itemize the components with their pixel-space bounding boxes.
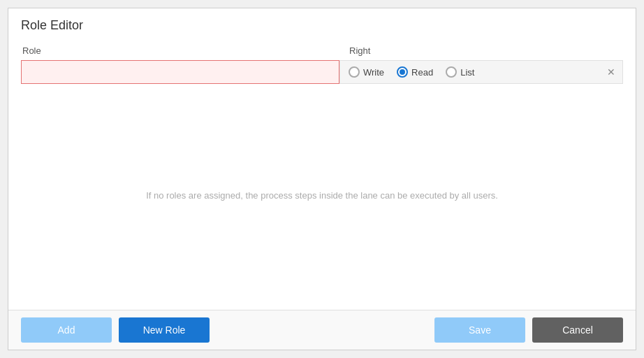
save-button[interactable]: Save xyxy=(434,317,525,343)
role-row: Write Read List ✕ xyxy=(21,60,623,84)
radio-circle-read xyxy=(397,66,408,78)
radio-circle-write xyxy=(349,66,360,78)
footer-right: Save Cancel xyxy=(434,317,623,343)
radio-circle-list xyxy=(446,66,457,78)
cancel-button[interactable]: Cancel xyxy=(532,317,623,343)
empty-message: If no roles are assigned, the process st… xyxy=(21,88,623,303)
dialog-content: Role Right Write Read List xyxy=(8,38,636,310)
radio-read[interactable]: Read xyxy=(397,66,433,78)
dialog-header: Role Editor xyxy=(8,8,636,38)
radio-list[interactable]: List xyxy=(446,66,474,78)
radio-list-label: List xyxy=(460,67,474,78)
radio-write-label: Write xyxy=(363,67,384,78)
add-button[interactable]: Add xyxy=(21,317,112,343)
columns-header: Role Right xyxy=(21,45,623,56)
role-editor-dialog: Role Editor Role Right Write Read xyxy=(8,8,636,350)
rights-cell: Write Read List ✕ xyxy=(339,60,623,84)
radio-write[interactable]: Write xyxy=(349,66,384,78)
dialog-footer: Add New Role Save Cancel xyxy=(8,310,636,350)
footer-left: Add New Role xyxy=(21,317,210,343)
new-role-button[interactable]: New Role xyxy=(119,317,210,343)
role-input[interactable] xyxy=(21,60,339,84)
right-column-header: Right xyxy=(342,45,623,56)
radio-read-label: Read xyxy=(411,67,433,78)
dialog-title: Role Editor xyxy=(21,18,83,32)
radio-group: Write Read List xyxy=(349,66,474,78)
remove-role-button[interactable]: ✕ xyxy=(604,66,618,78)
role-column-header: Role xyxy=(21,45,342,56)
